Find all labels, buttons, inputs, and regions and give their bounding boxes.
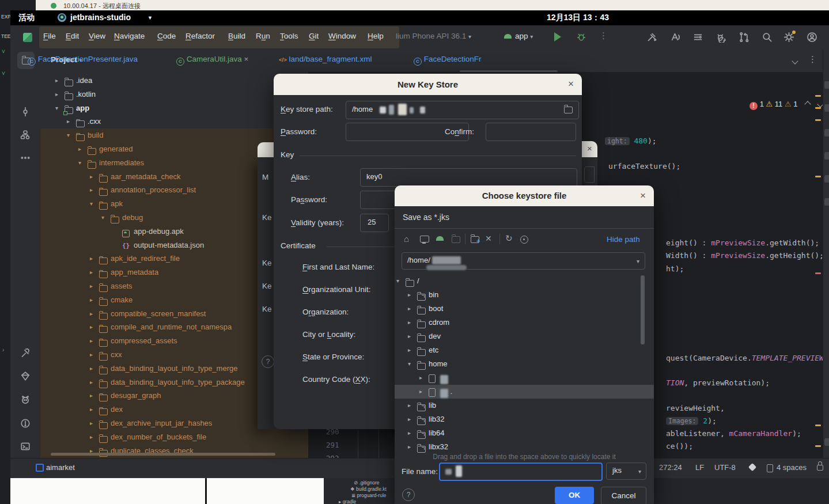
file-tree-item-bin[interactable]: ▸bin [395,288,654,302]
chevron-down-icon[interactable]: ▾ [101,211,104,225]
android-folder-icon[interactable] [436,236,444,241]
terminal-icon[interactable] [20,441,31,452]
chevron-down-icon[interactable]: ▾ [78,156,81,170]
commit-icon[interactable] [20,107,31,117]
chevron-right-icon[interactable]: ▸ [90,430,93,444]
menu-refactor[interactable]: Refactor [186,32,215,40]
problems-widget[interactable]: ! 1 ⚠ 11 ⚠ 1 [749,100,823,110]
help-button[interactable]: ? [402,488,415,501]
chevron-right-icon[interactable]: ▸ [90,416,93,430]
chevron-right-icon[interactable]: ▸ [408,426,411,440]
file-tree-item-/[interactable]: ▾/ [395,274,654,288]
wizard-close-icon[interactable]: × [587,143,592,153]
tab-CameraUtil.java[interactable]: C CameraUtil.java × [176,55,248,66]
menu-navigate[interactable]: Navigate [114,32,145,40]
project-tree-item-.cxx[interactable]: ▸.cxx [40,115,308,128]
chevron-right-icon[interactable]: ▸ [408,412,411,426]
file-tree-item-cdrom[interactable]: ▸cdrom [395,316,654,329]
error-stripe-mark[interactable] [815,95,821,97]
chevron-right-icon[interactable]: ▸ [67,115,70,128]
line-separator[interactable]: LF [695,463,704,472]
close-icon[interactable]: × [640,190,646,202]
path-chevron-icon[interactable]: ▾ [637,258,639,264]
desktop-icon[interactable] [420,236,429,242]
chevron-down-icon[interactable]: ▾ [396,274,399,288]
right-stripe-icon-fragment[interactable] [824,198,829,206]
chevron-right-icon[interactable]: ▸ [90,266,93,279]
file-tree-item-lib64[interactable]: ▸lib64 [395,426,654,440]
chevron-right-icon[interactable]: ▸ [90,307,93,321]
chevron-right-icon[interactable]: ▸ [90,183,93,197]
pull-request-icon[interactable] [739,32,749,43]
file-tree-item-etc[interactable]: ▸etc [395,343,654,357]
tab-close-icon[interactable]: × [242,55,249,63]
search-everywhere-icon[interactable] [762,32,773,43]
file-tree-item-lib32[interactable]: ▸lib32 [395,412,654,426]
app-menu[interactable]: jetbrains-studio [70,13,131,22]
chevron-right-icon[interactable]: ▸ [408,329,411,343]
project-tree-item-app[interactable]: ▾app [40,101,308,115]
chevron-right-icon[interactable]: ▸ [55,74,58,88]
chevron-right-icon[interactable]: ▸ [90,334,93,348]
debug-rerun-icon[interactable] [716,32,726,43]
chevron-right-icon[interactable]: ▸ [408,440,411,454]
ok-button[interactable]: OK [555,487,594,504]
project-tree-item-dex_number_of_buckets_file[interactable]: ▸dex_number_of_buckets_file [40,430,308,444]
chevron-right-icon[interactable]: ▸ [90,403,93,416]
chevron-right-icon[interactable]: ▸ [90,293,93,307]
caret-position[interactable]: 272:24 [659,463,682,472]
keystore-path-field[interactable]: /home [346,101,579,119]
hide-path-link[interactable]: Hide path [607,235,640,244]
chevron-right-icon[interactable]: ▸ [90,362,93,376]
device-manager-icon[interactable] [20,371,31,381]
menu-file[interactable]: File [43,32,56,40]
profiler-icon[interactable] [646,32,657,43]
menu-edit[interactable]: Edit [66,32,79,40]
run-button[interactable] [554,32,561,41]
project-tree-item-build[interactable]: ▾build [40,128,308,142]
chevron-right-icon[interactable]: ▸ [408,343,411,357]
chevron-right-icon[interactable]: ▸ [90,376,93,389]
chevron-right-icon[interactable]: ▸ [408,399,411,412]
tabs-more-icon[interactable]: ⋮ [808,54,817,65]
tree-vscrollbar[interactable] [641,275,645,344]
file-type-select[interactable]: jks ▾ [606,463,646,480]
chevron-right-icon[interactable]: ▸ [90,170,93,184]
menu-view[interactable]: View [89,32,105,40]
project-tree-item-.kotlin[interactable]: ▸.kotlin [40,88,308,101]
file-tree-item-home[interactable]: ▾home [395,357,654,371]
chevron-down-icon[interactable]: ▾ [55,101,58,115]
sticker-icon[interactable] [748,463,756,471]
file-encoding[interactable]: UTF-8 [714,463,736,472]
browse-folder-icon[interactable] [564,107,573,113]
prev-problem-icon[interactable] [805,100,810,108]
menu-build[interactable]: Build [228,32,245,40]
tab-FaceDetectionFr[interactable]: C FaceDetectionFr [414,55,482,66]
ai-assistant-icon[interactable] [669,32,680,43]
problems-icon[interactable] [20,418,31,429]
debug-button[interactable] [576,32,586,42]
chevron-right-icon[interactable]: ▸ [419,371,422,385]
error-stripe-mark[interactable] [815,445,821,447]
menu-git[interactable]: Git [309,32,319,40]
error-stripe-mark[interactable] [815,176,821,177]
tab-land/base_fragment.xml[interactable]: </> land/base_fragment.xml [279,55,372,63]
structure-icon[interactable] [20,130,31,140]
tree-hscrollbar[interactable] [51,453,275,456]
delete-icon[interactable]: ✕ [485,234,492,243]
file-tree-item-lib[interactable]: ▸lib [395,399,654,412]
activities-button[interactable]: 活动 [18,13,35,23]
close-icon[interactable]: × [568,78,574,90]
error-stripe-mark[interactable] [815,425,821,426]
menu-tools[interactable]: Tools [280,32,298,40]
status-project-name[interactable]: aimarket [46,463,75,472]
file-tree-item-redacted[interactable]: ▸ [395,371,654,385]
error-stripe-mark[interactable] [815,107,821,109]
right-stripe-icon-fragment[interactable] [824,152,829,160]
profiler-cat-icon[interactable] [20,395,31,405]
profile-avatar-icon[interactable] [807,32,817,43]
alias-field[interactable]: key0 [360,168,577,187]
right-stripe-icon-fragment[interactable] [824,104,829,112]
error-stripe-mark[interactable] [815,119,821,121]
run-tasks-icon[interactable] [692,32,703,43]
